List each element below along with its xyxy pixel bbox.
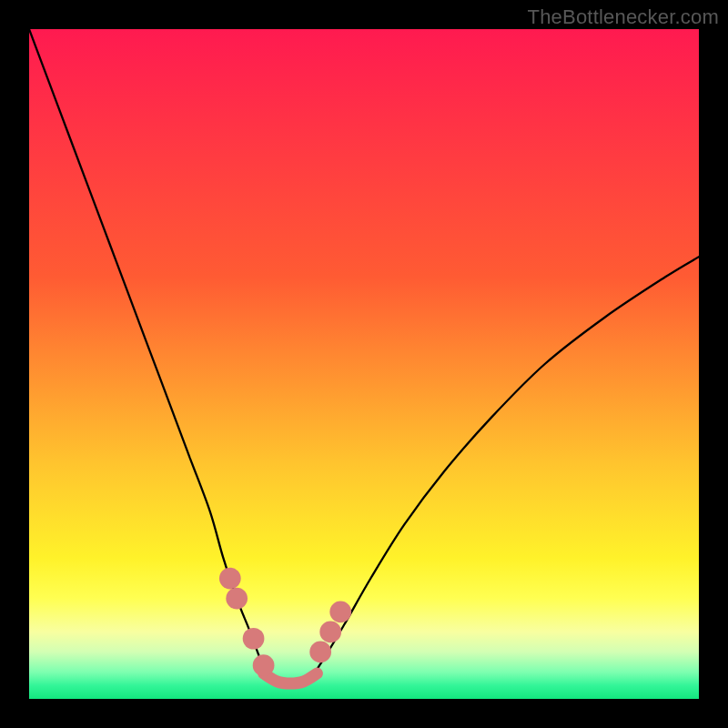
- curve-line: [29, 29, 699, 686]
- curve-markers: [219, 568, 351, 676]
- curve-marker-dot: [329, 601, 351, 622]
- attribution-text: TheBottlenecker.com: [528, 5, 719, 29]
- curve-marker-dot: [309, 642, 331, 663]
- chart-frame: TheBottlenecker.com: [0, 0, 728, 728]
- chart-plot-area: [29, 29, 699, 699]
- curve-marker-dot: [219, 568, 241, 590]
- curve-marker-dot: [226, 588, 248, 610]
- curve-marker-dot: [319, 622, 341, 643]
- curve-marker-dot: [243, 628, 265, 650]
- bottleneck-curve: [29, 29, 699, 699]
- curve-bottom-markers: [264, 673, 318, 683]
- curve-marker-dot: [253, 654, 275, 676]
